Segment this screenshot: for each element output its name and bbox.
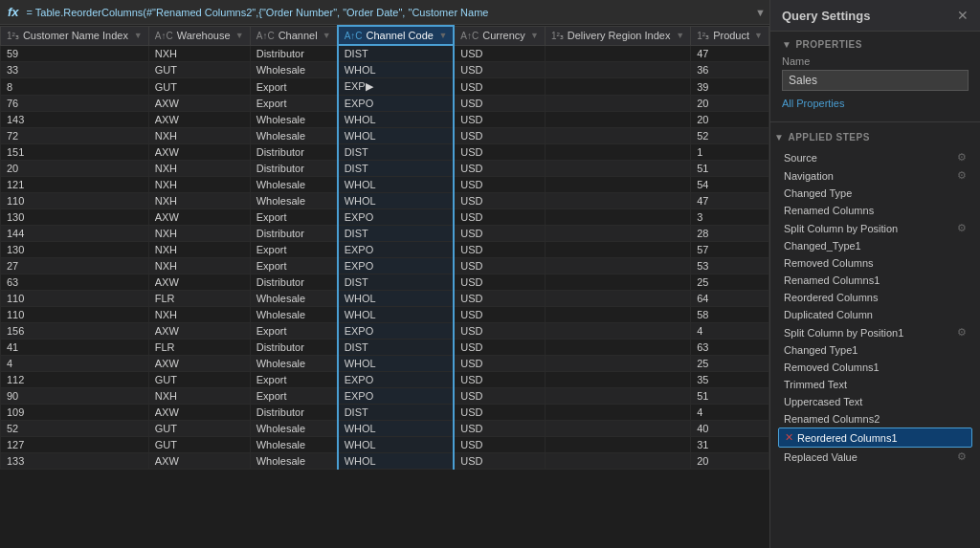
step-item-split-column-by-position1[interactable]: Split Column by Position1⚙ — [778, 323, 972, 341]
table-cell-channel: Wholesale — [250, 453, 337, 470]
table-cell-product: 1 — [691, 144, 769, 161]
table-cell-channel_code: EXP▶ — [338, 78, 455, 96]
step-item-renamed-columns[interactable]: Renamed Columns — [778, 202, 972, 219]
table-cell-channel_code: EXPO — [338, 258, 455, 274]
step-name-label: Changed Type1 — [784, 344, 967, 356]
step-item-source[interactable]: Source⚙ — [778, 148, 972, 166]
table-cell-channel_code: WHOL — [338, 453, 455, 470]
sort-icon[interactable]: ▼ — [438, 31, 447, 40]
table-row: 20NXHDistributorDISTUSD51 — [1, 161, 769, 177]
column-header-product[interactable]: 1²₃ Product ▼ — [691, 26, 769, 45]
table-cell-warehouse: AXW — [148, 112, 250, 128]
applied-steps-collapse-icon: ▼ — [774, 132, 784, 142]
table-cell-channel: Wholesale — [250, 421, 337, 437]
sort-icon[interactable]: ▼ — [134, 31, 143, 40]
step-name-label: Removed Columns — [784, 257, 967, 269]
step-gear-icon[interactable]: ⚙ — [957, 326, 967, 339]
table-cell-currency: USD — [454, 453, 545, 470]
table-cell-product: 20 — [691, 96, 769, 112]
table-cell-customer_name_index: 156 — [1, 323, 149, 340]
column-header-channel[interactable]: A↑C Channel ▼ — [250, 26, 337, 45]
table-cell-channel: Export — [250, 209, 337, 226]
step-gear-icon[interactable]: ⚙ — [957, 450, 967, 463]
sort-icon[interactable]: ▼ — [754, 31, 763, 40]
table-cell-warehouse: AXW — [148, 274, 250, 291]
table-cell-currency: USD — [454, 340, 545, 356]
table-cell-channel: Wholesale — [250, 356, 337, 372]
table-cell-currency: USD — [454, 226, 545, 242]
step-item-navigation[interactable]: Navigation⚙ — [778, 166, 972, 185]
step-item-replaced-value[interactable]: Replaced Value⚙ — [778, 448, 972, 466]
step-gear-icon[interactable]: ⚙ — [957, 151, 967, 164]
step-item-split-column-by-position[interactable]: Split Column by Position⚙ — [778, 219, 972, 237]
formula-expand-button[interactable]: ▼ — [755, 7, 766, 18]
step-item-trimmed-text[interactable]: Trimmed Text — [778, 376, 972, 393]
table-cell-channel: Export — [250, 372, 337, 388]
column-label: Channel — [278, 30, 318, 41]
step-item-changed-type[interactable]: Changed Type — [778, 185, 972, 202]
step-item-removed-columns1[interactable]: Removed Columns1 — [778, 359, 972, 376]
step-item-renamed-columns2[interactable]: Renamed Columns2 — [778, 410, 972, 427]
formula-bar: fx = Table.ReorderColumns(#"Renamed Colu… — [0, 0, 769, 25]
table-cell-customer_name_index: 127 — [1, 437, 149, 453]
sort-icon[interactable]: ▼ — [530, 31, 539, 40]
table-cell-delivery_region_index — [545, 372, 690, 388]
table-body: 59NXHDistributorDISTUSD4733GUTWholesaleW… — [1, 45, 769, 470]
table-cell-currency: USD — [454, 421, 545, 437]
table-cell-warehouse: NXH — [148, 161, 250, 177]
table-cell-delivery_region_index — [545, 258, 690, 274]
sort-icon[interactable]: ▼ — [323, 31, 331, 40]
table-cell-channel: Wholesale — [250, 112, 337, 128]
table-row: 4AXWWholesaleWHOLUSD25 — [1, 356, 769, 372]
step-name-label: Uppercased Text — [784, 396, 967, 407]
step-item-reordered-columns1[interactable]: ✕Reordered Columns1 — [778, 427, 972, 448]
table-cell-customer_name_index: 72 — [1, 128, 149, 144]
step-gear-icon[interactable]: ⚙ — [957, 169, 967, 182]
step-name-label: Renamed Columns1 — [784, 274, 967, 286]
table-cell-customer_name_index: 63 — [1, 274, 149, 291]
query-settings-close-button[interactable]: ✕ — [957, 8, 969, 23]
table-cell-delivery_region_index — [545, 112, 690, 128]
step-name-label: Reordered Columns — [784, 292, 967, 303]
table-cell-product: 47 — [691, 45, 769, 62]
step-item-renamed-columns1[interactable]: Renamed Columns1 — [778, 272, 972, 289]
table-cell-product: 25 — [691, 356, 769, 372]
column-header-delivery_region_index[interactable]: 1²₃ Delivery Region Index ▼ — [545, 26, 690, 45]
column-type-icon: A↑C — [256, 31, 275, 41]
sort-icon[interactable]: ▼ — [676, 31, 684, 40]
table-row: 59NXHDistributorDISTUSD47 — [1, 45, 769, 62]
column-header-customer_name_index[interactable]: 1²₃ Customer Name Index ▼ — [1, 26, 149, 45]
table-cell-delivery_region_index — [545, 307, 690, 323]
table-cell-customer_name_index: 112 — [1, 372, 149, 388]
table-cell-customer_name_index: 110 — [1, 291, 149, 307]
all-properties-link[interactable]: All Properties — [782, 98, 844, 109]
collapse-icon: ▼ — [782, 39, 791, 50]
column-label: Delivery Region Index — [568, 30, 671, 41]
column-header-currency[interactable]: A↑C Currency ▼ — [454, 26, 545, 45]
step-item-changed-type1[interactable]: Changed Type1 — [778, 341, 972, 359]
table-cell-channel: Export — [250, 258, 337, 274]
column-label: Customer Name Index — [23, 30, 128, 41]
table-cell-customer_name_index: 110 — [1, 307, 149, 323]
step-item-changed_type1[interactable]: Changed_Type1 — [778, 237, 972, 254]
table-cell-customer_name_index: 4 — [1, 356, 149, 372]
step-gear-icon[interactable]: ⚙ — [957, 222, 967, 234]
table-cell-channel: Export — [250, 96, 337, 112]
column-header-warehouse[interactable]: A↑C Warehouse ▼ — [148, 26, 250, 45]
step-name-label: Changed_Type1 — [784, 240, 967, 252]
table-cell-customer_name_index: 130 — [1, 209, 149, 226]
column-header-channel_code[interactable]: A↑C Channel Code ▼ — [338, 26, 455, 45]
step-item-duplicated-column[interactable]: Duplicated Column — [778, 306, 972, 323]
table-cell-channel: Export — [250, 323, 337, 340]
table-cell-warehouse: NXH — [148, 177, 250, 193]
table-cell-warehouse: NXH — [148, 128, 250, 144]
table-cell-product: 57 — [691, 242, 769, 258]
step-item-uppercased-text[interactable]: Uppercased Text — [778, 393, 972, 410]
step-item-reordered-columns[interactable]: Reordered Columns — [778, 289, 972, 306]
sort-icon[interactable]: ▼ — [235, 31, 244, 40]
query-name-input[interactable] — [782, 70, 969, 91]
table-cell-currency: USD — [454, 307, 545, 323]
step-item-removed-columns[interactable]: Removed Columns — [778, 254, 972, 272]
step-delete-icon[interactable]: ✕ — [785, 431, 793, 444]
table-cell-channel: Wholesale — [250, 307, 337, 323]
